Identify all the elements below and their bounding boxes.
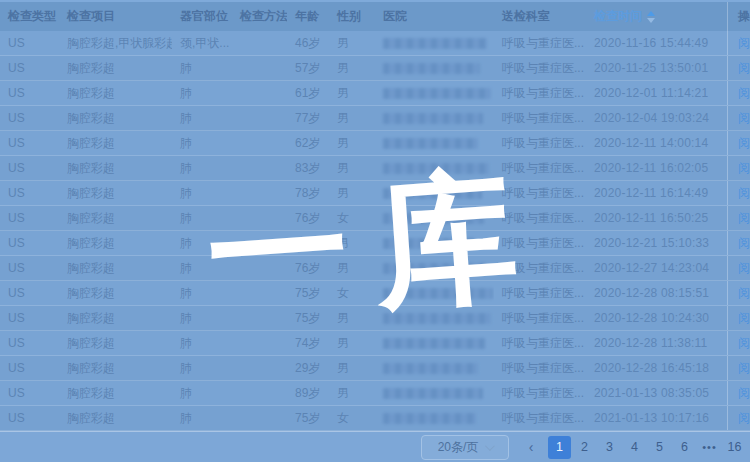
page-buttons: 123456•••16 [547,436,747,459]
page-button-2[interactable]: 2 [573,436,596,459]
cell-age: 75岁 [287,406,329,430]
cell-action: 阅片 [727,231,750,255]
cell-action: 阅片 [727,81,750,105]
pagination-bar: 20条/页 ‹ 123456•••16 [0,431,750,462]
cell-organ: 肺 [172,181,232,205]
cell-exam_time: 2020-12-28 11:38:11 [586,331,727,355]
cell-exam_item: 胸腔彩超 [59,156,172,180]
page-button-5[interactable]: 5 [648,436,671,459]
cell-department: 呼吸与重症医... [494,156,586,180]
page-button-1[interactable]: 1 [548,436,571,459]
table-row: US胸腔彩超,甲状腺彩超颈,甲状...46岁男呼吸与重症医...2020-11-… [0,31,750,56]
cell-exam_item: 胸腔彩超 [59,206,172,230]
cell-age: 66岁 [287,231,329,255]
cell-gender: 男 [329,306,375,330]
column-header-label: 性别 [337,8,361,25]
page-size-select[interactable]: 20条/页 [421,435,509,460]
page-button-4[interactable]: 4 [623,436,646,459]
cell-action: 阅片 [727,206,750,230]
cell-hospital [375,31,494,55]
column-header-exam_time[interactable]: 检查时间 [586,2,727,31]
cell-age: 78岁 [287,181,329,205]
view-film-link[interactable]: 阅片 [738,60,750,77]
cell-exam_item: 胸腔彩超 [59,331,172,355]
column-header-department: 送检科室 [494,2,586,31]
cell-action: 阅片 [727,281,750,305]
page-button-6[interactable]: 6 [673,436,696,459]
page-ellipsis[interactable]: ••• [698,436,721,459]
view-film-link[interactable]: 阅片 [738,260,750,277]
cell-gender: 男 [329,156,375,180]
view-film-link[interactable]: 阅片 [738,160,750,177]
cell-exam_type: US [0,406,59,430]
cell-exam_type: US [0,131,59,155]
sort-caret-icon[interactable] [647,11,655,23]
cell-organ: 颈,甲状... [172,31,232,55]
cell-exam_item: 胸腔彩超 [59,106,172,130]
cell-method [232,331,287,355]
cell-gender: 男 [329,131,375,155]
page-size-label: 20条/页 [438,439,479,456]
column-header-label: 器官部位 [180,8,228,25]
view-film-link[interactable]: 阅片 [738,285,750,302]
cell-exam_time: 2020-12-11 14:00:14 [586,131,727,155]
view-film-link[interactable]: 阅片 [738,185,750,202]
view-film-link[interactable]: 阅片 [738,335,750,352]
view-film-link[interactable]: 阅片 [738,385,750,402]
hospital-redacted-block [383,238,475,249]
cell-method [232,181,287,205]
cell-department: 呼吸与重症医... [494,406,586,430]
cell-exam_type: US [0,231,59,255]
page-button-16[interactable]: 16 [723,436,746,459]
hospital-redacted-block [383,188,482,199]
page-button-3[interactable]: 3 [598,436,621,459]
cell-action: 阅片 [727,406,750,430]
column-header-gender: 性别 [329,2,375,31]
cell-organ: 肺 [172,256,232,280]
view-film-link[interactable]: 阅片 [738,135,750,152]
column-header-exam_item: 检查项目 [59,2,172,31]
view-film-link[interactable]: 阅片 [738,85,750,102]
cell-exam_time: 2020-12-11 16:02:05 [586,156,727,180]
cell-organ: 肺 [172,281,232,305]
cell-exam_type: US [0,356,59,380]
cell-method [232,106,287,130]
column-header-label: 医院 [383,8,407,25]
cell-exam_type: US [0,256,59,280]
view-film-link[interactable]: 阅片 [738,110,750,127]
cell-method [232,131,287,155]
cell-exam_item: 胸腔彩超 [59,381,172,405]
cell-age: 29岁 [287,356,329,380]
hospital-redacted-block [383,263,487,274]
table-row: US胸腔彩超肺74岁男呼吸与重症医...2020-12-28 11:38:11阅… [0,331,750,356]
cell-exam_item: 胸腔彩超 [59,131,172,155]
cell-exam_item: 胸腔彩超 [59,281,172,305]
sort-desc-icon [647,18,655,23]
cell-organ: 肺 [172,131,232,155]
cell-organ: 肺 [172,56,232,80]
view-film-link[interactable]: 阅片 [738,235,750,252]
cell-organ: 肺 [172,156,232,180]
cell-department: 呼吸与重症医... [494,281,586,305]
cell-exam_type: US [0,281,59,305]
cell-department: 呼吸与重症医... [494,56,586,80]
view-film-link[interactable]: 阅片 [738,360,750,377]
cell-action: 阅片 [727,381,750,405]
cell-action: 阅片 [727,106,750,130]
view-film-link[interactable]: 阅片 [738,410,750,427]
cell-hospital [375,331,494,355]
hospital-redacted-block [383,213,484,224]
chevron-down-icon [485,441,495,451]
view-film-link[interactable]: 阅片 [738,310,750,327]
cell-exam_time: 2020-12-28 08:15:51 [586,281,727,305]
cell-department: 呼吸与重症医... [494,306,586,330]
cell-exam_time: 2020-12-21 15:10:33 [586,231,727,255]
cell-method [232,81,287,105]
cell-organ: 肺 [172,106,232,130]
table-row: US胸腔彩超肺61岁男呼吸与重症医...2020-12-01 11:14:21阅… [0,81,750,106]
cell-exam_time: 2020-12-01 11:14:21 [586,81,727,105]
view-film-link[interactable]: 阅片 [738,35,750,52]
view-film-link[interactable]: 阅片 [738,210,750,227]
cell-age: 75岁 [287,306,329,330]
prev-page-button[interactable]: ‹ [522,435,540,459]
